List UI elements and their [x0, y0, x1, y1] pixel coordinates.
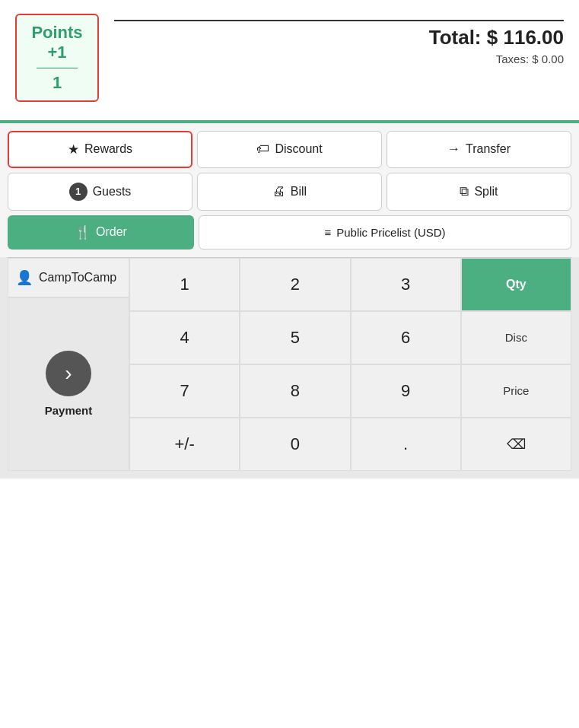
guests-button[interactable]: 1 Guests — [8, 173, 192, 211]
points-value: 1 — [52, 73, 62, 93]
top-section: Points +1 1 Total: $ 116.00 Taxes: $ 0.0… — [0, 0, 579, 110]
num-1[interactable]: 1 — [129, 258, 240, 311]
arrow-right-icon: → — [447, 141, 460, 157]
bottom-row: 🍴 Order ≡ Public Pricelist (USD) — [8, 215, 571, 257]
bill-button[interactable]: 🖨 Bill — [197, 173, 382, 211]
numpad-full: 👤 CampToCamp › Payment 1 2 3 Qty 4 5 6 D… — [8, 257, 571, 471]
customer-row: 👤 CampToCamp — [8, 258, 129, 297]
taxes-line: Taxes: $ 0.00 — [114, 52, 564, 65]
customer-name: CampToCamp — [39, 271, 116, 285]
payment-label: Payment — [45, 404, 93, 417]
num-0[interactable]: 0 — [240, 418, 350, 471]
transfer-button[interactable]: → Transfer — [387, 131, 571, 168]
num-6[interactable]: 6 — [351, 311, 461, 364]
num-3[interactable]: 3 — [351, 258, 461, 311]
guests-count-badge: 1 — [69, 183, 87, 201]
points-label: Points +1 — [31, 23, 82, 63]
total-amount: Total: $ 116.00 — [429, 26, 564, 49]
star-icon: ★ — [68, 141, 79, 157]
left-col: 👤 CampToCamp › Payment — [8, 258, 129, 471]
num-5[interactable]: 5 — [240, 311, 350, 364]
buttons-grid: ★ Rewards 🏷 Discount → Transfer 1 Guests… — [8, 123, 571, 215]
num-4[interactable]: 4 — [129, 311, 240, 364]
fork-icon: 🍴 — [75, 224, 91, 240]
points-divider — [37, 68, 78, 68]
total-section: Total: $ 116.00 Taxes: $ 0.00 — [114, 14, 564, 65]
payment-area: › Payment — [8, 297, 129, 471]
total-line: Total: $ 116.00 — [114, 20, 564, 49]
tag-icon: 🏷 — [256, 141, 269, 157]
list-icon: ≡ — [324, 226, 331, 239]
discount-button[interactable]: 🏷 Discount — [197, 131, 382, 168]
payment-button[interactable]: › — [46, 351, 91, 396]
qty-button[interactable]: Qty — [461, 258, 571, 311]
num-plusminus[interactable]: +/- — [129, 418, 240, 471]
backspace-button[interactable]: ⌫ — [461, 418, 571, 471]
rewards-button[interactable]: ★ Rewards — [8, 131, 192, 168]
points-card: Points +1 1 — [15, 14, 99, 102]
action-buttons-section: ★ Rewards 🏷 Discount → Transfer 1 Guests… — [0, 123, 579, 257]
num-8[interactable]: 8 — [240, 364, 350, 418]
price-button[interactable]: Price — [461, 364, 571, 418]
num-2[interactable]: 2 — [240, 258, 350, 311]
order-button[interactable]: 🍴 Order — [8, 215, 194, 250]
split-icon: ⧉ — [460, 184, 469, 199]
num-9[interactable]: 9 — [351, 364, 461, 418]
pricelist-button[interactable]: ≡ Public Pricelist (USD) — [199, 215, 571, 250]
numpad-section: 👤 CampToCamp › Payment 1 2 3 Qty 4 5 6 D… — [0, 257, 579, 478]
printer-icon: 🖨 — [272, 184, 285, 199]
customer-icon: 👤 — [16, 269, 33, 286]
num-dot[interactable]: . — [351, 418, 461, 471]
split-button[interactable]: ⧉ Split — [387, 173, 571, 211]
disc-button[interactable]: Disc — [461, 311, 571, 364]
num-7[interactable]: 7 — [129, 364, 240, 418]
